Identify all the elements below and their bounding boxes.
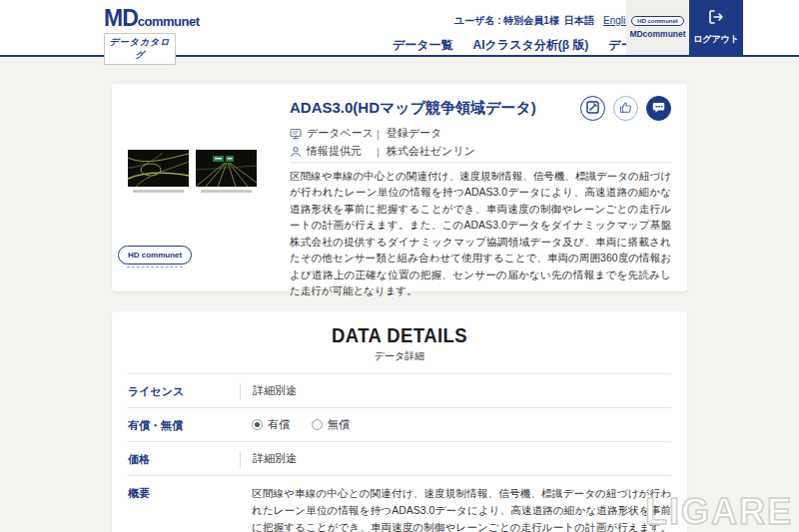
thumbnail-interchange[interactable] (128, 150, 189, 193)
dataset-provider-value: 株式会社ゼンリン (387, 144, 475, 159)
chat-bubble-icon (652, 100, 665, 118)
row-value: 詳細別途 (240, 383, 671, 399)
data-details-table: ライセンス 詳細別途 有償・無償 有償 無償 価格 詳細 (128, 373, 671, 532)
data-details-subheading: データ詳細 (112, 349, 687, 363)
dataset-action-buttons (580, 96, 671, 121)
radio-paid-label: 有償 (268, 417, 290, 432)
dataset-card: ADAS3.0(HDマップ競争領域データ) データベース | 登録データ (112, 84, 687, 291)
paid-free-radio-group: 有償 無償 (252, 417, 671, 432)
divider (290, 162, 671, 163)
radio-paid[interactable]: 有償 (252, 417, 290, 432)
database-icon (290, 128, 302, 140)
row-label: ライセンス (128, 383, 240, 399)
dataset-thumbnails (128, 150, 257, 193)
table-row-paid-free: 有償・無償 有償 無償 (128, 407, 671, 441)
lang-ja-label: 日本語 (564, 15, 594, 26)
dataset-type-label: データベース (307, 126, 377, 141)
table-row-overview: 概要 区間線や車線の中心との関連付け、速度規制情報、信号機、標識データの紐づけが… (128, 475, 671, 532)
table-row-license: ライセンス 詳細別途 (128, 373, 671, 407)
dataset-provider-row: 情報提供元 | 株式会社ゼンリン (290, 144, 475, 159)
thumbnail-road-signs[interactable] (196, 150, 257, 193)
row-label: 価格 (128, 451, 240, 467)
nav-ai-cluster-analysis[interactable]: AIクラスタ分析(β 版) (473, 37, 589, 54)
user-name-label: ユーザ名 : 特別会員1様 (454, 14, 559, 28)
radio-free-circle[interactable] (312, 419, 323, 430)
radio-paid-circle[interactable] (252, 419, 263, 430)
dataset-description: 区間線や車線の中心との関連付け、速度規制情報、信号機、標識データの紐づけが行われ… (290, 168, 671, 299)
row-label: 概要 (128, 485, 240, 532)
logo-md: MD (104, 5, 138, 31)
site-logo[interactable]: MDcommunet データカタログ (104, 7, 176, 65)
dataset-type-value: 登録データ (387, 126, 442, 141)
row-value: 区間線や車線の中心との関連付け、速度規制情報、信号機、標識データの紐づけが行われ… (240, 485, 671, 532)
dataset-provider-label: 情報提供元 (307, 144, 377, 159)
logo-communet: communet (138, 14, 200, 29)
nav-data-list[interactable]: データ一覧 (393, 37, 453, 54)
logout-icon (708, 9, 724, 29)
person-icon (290, 146, 302, 158)
separator: | (377, 146, 380, 158)
data-details-card: DATA DETAILS データ詳細 ライセンス 詳細別途 有償・無償 有償 無… (112, 311, 687, 532)
comment-button[interactable] (646, 96, 671, 121)
hd-communet-pill-icon: HD communet (631, 16, 684, 26)
like-button[interactable] (613, 96, 638, 121)
separator: | (377, 128, 380, 140)
row-value: 有償 無償 (240, 417, 671, 433)
thumbs-up-icon (619, 100, 632, 118)
page: { "colors": { "accent_navy": "#1d3a85", … (0, 0, 799, 532)
data-details-heading: DATA DETAILS (147, 323, 653, 347)
mdcommunet-button-label: MDcommunet (629, 29, 685, 39)
dataset-title: ADAS3.0(HDマップ競争領域データ) (290, 99, 536, 118)
dataset-type-row: データベース | 登録データ (290, 126, 441, 141)
hd-communet-badge: HD communet (118, 246, 192, 265)
radio-free[interactable]: 無償 (312, 417, 350, 432)
logo-tagline: データカタログ (104, 33, 176, 65)
row-label: 有償・無償 (128, 417, 240, 433)
logout-button[interactable]: ログアウト (689, 0, 743, 55)
radio-free-label: 無償 (328, 417, 350, 432)
logo-wordmark: MDcommunet (104, 7, 176, 30)
table-row-price: 価格 詳細別途 (128, 441, 671, 475)
header: MDcommunet データカタログ ユーザ名 : 特別会員1様 日本語Engl… (0, 0, 799, 57)
logout-button-label: ログアウト (693, 33, 739, 46)
mdcommunet-home-button[interactable]: HD communet MDcommunet (626, 0, 689, 55)
thumbnail-caption (133, 190, 185, 193)
ligare-watermark: LIGARE (645, 491, 793, 532)
row-value: 詳細別途 (240, 451, 671, 467)
edit-button[interactable] (580, 96, 605, 121)
thumbnail-caption (201, 190, 253, 193)
edit-icon (586, 100, 599, 118)
